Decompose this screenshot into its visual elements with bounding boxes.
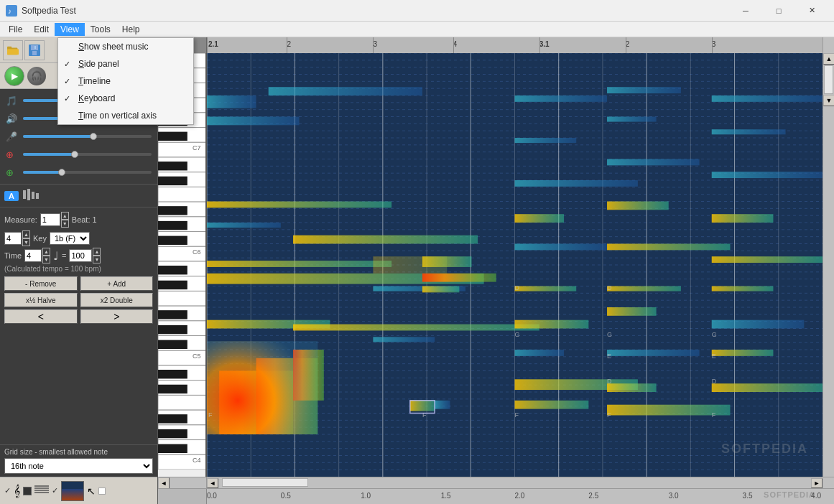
close-button[interactable]: ✕: [795, 0, 828, 22]
half-button[interactable]: x½ Halve: [4, 293, 78, 307]
label-a-button[interactable]: A: [4, 191, 19, 201]
menu-label-time-vertical: Time on vertical axis: [78, 111, 157, 121]
pan-left-icon: ⊕: [6, 149, 20, 160]
menu-item-side-panel[interactable]: ✓ Side panel: [58, 55, 193, 73]
svg-rect-12: [36, 193, 39, 199]
maximize-button[interactable]: □: [762, 0, 795, 22]
key-label: Key: [33, 234, 47, 243]
timeline-mark-10: 1.0: [361, 492, 371, 500]
menu-label-keyboard: Keyboard: [78, 93, 115, 103]
scroll-right-arrow[interactable]: ►: [811, 478, 823, 488]
scroll-corner-tl: ◄: [158, 477, 170, 489]
ruler-mark-21: 2.1: [208, 40, 218, 48]
piano-roll-canvas[interactable]: SOFTPEDIA: [207, 53, 823, 477]
menu-label-show-sheet-music: Show sheet music: [78, 42, 148, 52]
scroll-left-arrow[interactable]: ◄: [207, 478, 218, 488]
cursor-icon: ↖: [87, 485, 96, 497]
menu-item-show-sheet-music[interactable]: Show sheet music: [58, 38, 193, 55]
menu-item-time-vertical[interactable]: Time on vertical axis: [58, 107, 193, 124]
key-select[interactable]: 1b (F) C G: [50, 232, 90, 245]
slider-5-track[interactable]: [23, 171, 152, 174]
time-bottom-spinner[interactable]: ▲ ▼: [24, 248, 50, 263]
grid-label: Grid size - smallest allowed note: [4, 448, 153, 456]
scroll-thumb-h[interactable]: [222, 478, 308, 487]
svg-text:♪: ♪: [8, 7, 11, 15]
grid-select[interactable]: 16th note 8th note quarter note: [4, 458, 153, 474]
measure-label: Measure:: [4, 215, 37, 224]
timeline-bar: 0.0 0.5 1.0 1.5 2.0 2.5 3.0 3.5 4.0 SOFT…: [158, 488, 834, 504]
timeline-mark-30: 3.0: [669, 492, 679, 500]
remove-button[interactable]: - Remove: [4, 276, 78, 291]
slider-3-track[interactable]: [23, 135, 152, 138]
double-button[interactable]: x2 Double: [80, 293, 154, 307]
svg-rect-4: [7, 46, 11, 48]
slider-row-3: 🎤: [6, 129, 152, 144]
time-top-spinner[interactable]: ▲ ▼: [4, 230, 30, 246]
measure-spinbox[interactable]: ▲ ▼: [40, 212, 69, 228]
nav-buttons-row: < >: [4, 309, 153, 324]
vertical-scrollbar[interactable]: ▲ ▼: [823, 53, 834, 477]
menu-view[interactable]: View: [55, 23, 85, 36]
bars-icon[interactable]: [22, 187, 39, 204]
check-icon-bottom: ✓: [4, 486, 11, 495]
add-button[interactable]: + Add: [80, 276, 154, 291]
remove-add-row: - Remove + Add: [4, 276, 153, 291]
top-ruler: 2.1 2 3 4 3.1 2 3: [158, 37, 834, 53]
scroll-thumb-vertical[interactable]: [824, 65, 833, 94]
note-symbol: ♩: [53, 249, 59, 263]
mic-icon: 🎤: [6, 131, 20, 142]
check-icon-timeline: ✓: [64, 77, 70, 86]
check-icon-keyboard: ✓: [64, 94, 70, 103]
half-double-row: x½ Halve x2 Double: [4, 293, 153, 307]
controls-section: Measure: ▲ ▼ Beat: 1 ▲: [0, 207, 157, 328]
svg-rect-9: [23, 190, 26, 199]
equals-label: =: [62, 251, 66, 260]
minimize-button[interactable]: ─: [729, 0, 762, 22]
headphones-icon[interactable]: 🎧: [27, 67, 46, 85]
svg-rect-10: [27, 189, 30, 200]
window-controls: ─ □ ✕: [729, 0, 828, 22]
open-button[interactable]: [3, 40, 23, 60]
sheet-music-icon[interactable]: 𝄞: [14, 485, 20, 498]
save-button[interactable]: [24, 40, 45, 60]
small-white-square: [98, 487, 106, 495]
preview-thumbnail[interactable]: [61, 481, 84, 501]
scroll-up-arrow[interactable]: ▲: [823, 53, 834, 65]
check-icon-bottom2: ✓: [52, 486, 58, 495]
prev-button[interactable]: <: [4, 309, 78, 324]
menu-file[interactable]: File: [3, 23, 28, 36]
grid-section: Grid size - smallest allowed note 16th n…: [0, 444, 157, 477]
scroll-down-arrow[interactable]: ▼: [823, 95, 834, 106]
mode-buttons-row: A: [0, 184, 157, 207]
scrollbar-corner-top: [823, 37, 834, 53]
volume-icon: 🔊: [6, 113, 20, 124]
svg-rect-11: [32, 192, 34, 199]
scroll-track-h: [218, 477, 811, 488]
menu-item-timeline[interactable]: ✓ Timeline: [58, 73, 193, 90]
menu-tools[interactable]: Tools: [85, 23, 116, 36]
staff-icon[interactable]: [34, 484, 49, 498]
tempo-spinbox[interactable]: ▲ ▼: [69, 248, 101, 263]
horizontal-scrollbar[interactable]: ◄ ◄ ►: [158, 477, 834, 488]
timeline-mark-20: 2.0: [515, 492, 525, 500]
menu-edit[interactable]: Edit: [28, 23, 55, 36]
menubar: File Edit View Tools Help: [0, 22, 834, 37]
slider-row-4: ⊕: [6, 147, 152, 162]
pan-right-icon: ⊕: [6, 167, 20, 178]
slider-row-5: ⊕: [6, 165, 152, 179]
next-button[interactable]: >: [80, 309, 154, 324]
slider-4-track[interactable]: [23, 153, 152, 156]
timeline-mark-25: 2.5: [588, 492, 598, 500]
time-label: Time: [4, 251, 22, 260]
menu-help[interactable]: Help: [116, 23, 146, 36]
timeline-mark-05: 0.5: [281, 492, 291, 500]
bottom-icons-bar: ✓ 𝄞 ✓ ↖: [0, 477, 157, 504]
piano-roll-area: SOFTPEDIA ▲ ▼: [158, 53, 834, 477]
content-area: 2.1 2 3 4 3.1 2 3: [158, 37, 834, 504]
black-box-icon: [23, 487, 32, 495]
svg-rect-3: [7, 49, 19, 55]
menu-item-keyboard[interactable]: ✓ Keyboard: [58, 90, 193, 107]
play-button[interactable]: ▶: [4, 66, 24, 86]
titlebar: ♪ Softpedia Test ─ □ ✕: [0, 0, 834, 22]
window-title: Softpedia Test: [22, 6, 729, 16]
